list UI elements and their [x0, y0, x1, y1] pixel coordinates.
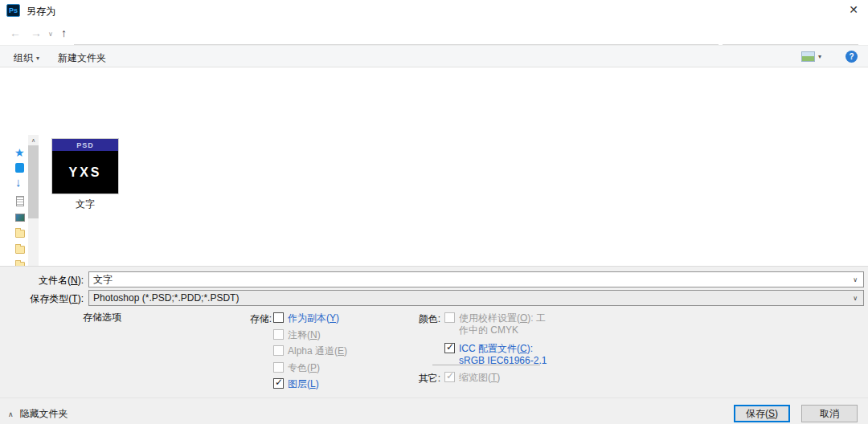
file-item-psd[interactable]: PSD YXS 文字: [50, 138, 121, 211]
change-view-button[interactable]: ▾: [801, 51, 821, 62]
dialog-footer: 文件名N: 文字 ∨ 保存类型T: Photoshop (*.PSD;*.PDD…: [0, 266, 868, 424]
spot-colors-label: 专色P: [288, 361, 320, 375]
alpha-channels-label: Alpha 通道E: [288, 344, 347, 358]
up-directory-icon[interactable]: ↑: [61, 26, 67, 39]
window-title: 另存为: [27, 5, 55, 18]
file-preview: YXS: [52, 151, 118, 194]
new-folder-button[interactable]: 新建文件夹: [58, 51, 106, 65]
dialog-bottom-bar: ∧隐藏文件夹 保存S 取消: [0, 398, 868, 424]
photoshop-app-icon: Ps: [6, 4, 20, 17]
check-icon: ✓: [275, 377, 283, 388]
save-button[interactable]: 保存S: [734, 405, 790, 422]
color-group-label: 颜色:: [370, 312, 440, 326]
check-icon: ✓: [446, 370, 454, 381]
filename-input[interactable]: 文字 ∨: [88, 271, 864, 287]
onedrive-icon[interactable]: [15, 163, 24, 173]
downloads-arrow-icon[interactable]: ↓: [15, 175, 22, 189]
checkbox-disabled: [273, 362, 284, 373]
options-divider: [432, 365, 540, 365]
title-bar: Ps 另存为 ✕: [0, 0, 868, 21]
check-icon: ✓: [446, 341, 454, 353]
chevron-down-icon: ▾: [818, 53, 821, 60]
checkbox-unchecked[interactable]: [273, 312, 284, 323]
organize-menu-button[interactable]: 组织▾: [14, 51, 39, 65]
file-name-label: 文字: [50, 198, 121, 211]
filename-value: 文字: [93, 273, 113, 287]
checkbox-row-layers[interactable]: ✓ 图层L: [273, 377, 319, 391]
icc-profile-label[interactable]: ICC 配置文件C:: [459, 342, 533, 356]
savetype-label: 保存类型T:: [0, 292, 84, 306]
checkbox-row-alpha-channels: Alpha 通道E: [273, 344, 347, 358]
checkbox-row-spot-colors: 专色P: [273, 361, 320, 375]
folder-icon[interactable]: [15, 246, 25, 254]
command-toolbar: 组织▾ 新建文件夹 ▾ ?: [0, 45, 868, 67]
as-copy-label[interactable]: 作为副本Y: [288, 312, 339, 325]
chevron-up-icon: ∧: [8, 410, 14, 418]
recent-locations-dropdown-icon[interactable]: ∨: [48, 31, 53, 38]
save-group-label: 存储:: [193, 312, 272, 326]
close-icon[interactable]: ✕: [849, 3, 858, 16]
checkbox-row-icc-profile[interactable]: ✓ ICC 配置文件C:: [444, 342, 533, 356]
savetype-select[interactable]: Photoshop (*.PSD;*.PDD;*.PSDT) ∨: [88, 290, 864, 306]
folder-icon[interactable]: [15, 230, 25, 238]
annotations-label: 注释N: [288, 328, 321, 342]
chevron-down-icon[interactable]: ∨: [853, 276, 858, 283]
navigation-row: ← → ∨ ↑ › 此电脑 › 桌面 › 新建文件夹 (2) ∨ ↻ 搜索"新建…: [0, 21, 868, 45]
psd-badge: PSD: [52, 139, 118, 151]
view-mode-icon: [801, 51, 815, 62]
desktop-icon[interactable]: [15, 214, 25, 222]
filename-label: 文件名N:: [0, 274, 84, 287]
savetype-value: Photoshop (*.PSD;*.PDD;*.PSDT): [93, 292, 239, 304]
quick-access-star-icon[interactable]: ★: [14, 146, 25, 159]
proof-setup-value: 作中的 CMYK: [459, 324, 518, 337]
scroll-up-icon[interactable]: ∧: [28, 136, 39, 145]
layers-label[interactable]: 图层L: [288, 377, 319, 391]
back-icon[interactable]: ←: [10, 26, 21, 39]
other-group-label: 其它:: [370, 372, 440, 385]
checkbox-row-annotations: 注释N: [273, 328, 321, 342]
file-thumbnail: PSD YXS: [51, 138, 119, 194]
chevron-down-icon: ▾: [36, 55, 39, 62]
save-as-dialog: Ps 另存为 ✕ ← → ∨ ↑ › 此电脑 › 桌面 › 新建文件夹 (2) …: [0, 0, 868, 424]
checkbox-checked-disabled: ✓: [444, 372, 455, 382]
file-list-area: ★ ↓ ∧ ∨ PSD YXS 文字: [0, 67, 868, 266]
documents-icon[interactable]: [16, 196, 24, 206]
checkbox-checked[interactable]: ✓: [273, 378, 284, 389]
checkbox-disabled: [444, 312, 455, 323]
scrollbar-thumb[interactable]: [28, 145, 39, 218]
hide-folders-button[interactable]: ∧隐藏文件夹: [8, 407, 68, 421]
organize-label: 组织: [14, 52, 33, 63]
thumbnail-label: 缩览图T: [459, 371, 500, 385]
help-icon[interactable]: ?: [845, 51, 858, 63]
checkbox-checked[interactable]: ✓: [444, 343, 455, 353]
chevron-down-icon[interactable]: ∨: [853, 295, 858, 302]
checkbox-disabled: [273, 329, 284, 340]
checkbox-row-thumbnail: ✓ 缩览图T: [444, 371, 500, 385]
save-options-title: 存储选项: [83, 311, 121, 324]
cancel-button[interactable]: 取消: [801, 405, 858, 422]
forward-icon[interactable]: →: [31, 26, 42, 39]
checkbox-row-as-copy[interactable]: 作为副本Y: [273, 312, 339, 325]
checkbox-disabled: [273, 345, 284, 356]
